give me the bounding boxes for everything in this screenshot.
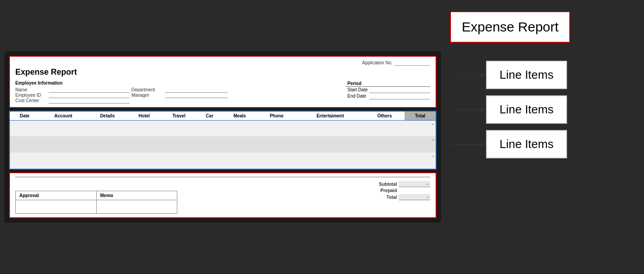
col-others: Others xyxy=(365,112,405,121)
table-section: Date Account Details Hotel Travel Car Me… xyxy=(9,111,437,170)
row2-phone xyxy=(257,136,296,153)
row2-hotel xyxy=(128,136,161,153)
line-item-row-2: Line Items xyxy=(450,95,567,124)
col-meals: Meals xyxy=(222,112,257,121)
col-travel: Travel xyxy=(161,112,198,121)
expense-table: Date Account Details Hotel Travel Car Me… xyxy=(10,112,436,169)
emp-info-label: Employee Information xyxy=(15,81,228,85)
row2-date xyxy=(10,136,40,153)
row3-others xyxy=(365,153,405,169)
total-value: - xyxy=(399,194,430,200)
total-row: Total - xyxy=(340,194,430,200)
row1-others xyxy=(365,120,405,136)
subtotal-label: Subtotal xyxy=(370,182,397,187)
row3-date xyxy=(10,153,40,169)
manager-label: Manager xyxy=(131,93,163,98)
row2-details xyxy=(87,136,128,153)
employee-id-row: Employee ID Manager xyxy=(15,93,228,98)
col-account: Account xyxy=(40,112,87,121)
line-items-box-2: Line Items xyxy=(486,95,567,124)
app-no-row: Application No. xyxy=(15,60,430,66)
end-date-label: End Date xyxy=(346,93,369,99)
line-items-label-1: Line Items xyxy=(500,68,554,81)
report-title: Expense Report xyxy=(15,67,430,77)
approval-cell xyxy=(16,200,97,214)
subtotal-value: - xyxy=(399,181,430,187)
line-item-row-3: Line Items xyxy=(450,130,567,158)
app-no-label: Application No. xyxy=(362,60,392,66)
name-row: Name Department xyxy=(15,87,228,93)
row2-travel xyxy=(161,136,198,153)
row1-details xyxy=(87,120,128,136)
line-items-label-2: Line Items xyxy=(500,103,554,116)
employee-id-input[interactable] xyxy=(49,93,130,98)
arrow-icon-2 xyxy=(450,105,486,114)
col-car: Car xyxy=(197,112,222,121)
row3-entertainment xyxy=(296,153,365,169)
footer-content: Approval Memo xyxy=(15,181,430,214)
line-items-box-3: Line Items xyxy=(486,130,567,158)
row2-total: - xyxy=(405,136,436,153)
row1-car xyxy=(197,120,222,136)
end-date-input[interactable] xyxy=(369,93,430,99)
footer-section: Approval Memo xyxy=(9,172,437,218)
arrow-2 xyxy=(450,105,486,114)
approval-row xyxy=(16,200,177,214)
table-row: - xyxy=(10,153,436,169)
prepaid-value xyxy=(399,190,430,191)
svg-marker-5 xyxy=(481,142,486,147)
memo-header: Memo xyxy=(96,191,177,200)
row3-car xyxy=(197,153,222,169)
footer-divider xyxy=(15,177,430,177)
cost-center-input[interactable] xyxy=(49,98,130,103)
row3-phone xyxy=(257,153,296,169)
svg-marker-3 xyxy=(481,108,486,112)
table-row: - xyxy=(10,120,436,136)
manager-input[interactable] xyxy=(165,93,228,98)
row2-meals xyxy=(222,136,257,153)
col-hotel: Hotel xyxy=(128,112,161,121)
arrow-3 xyxy=(450,140,486,149)
app-no-input[interactable] xyxy=(394,60,430,66)
row1-phone xyxy=(257,120,296,136)
col-details: Details xyxy=(87,112,128,121)
period-table: Period Start Date End Date xyxy=(346,81,430,99)
row1-date xyxy=(10,120,40,136)
subtotal-row: Subtotal - xyxy=(340,181,430,187)
approval-table: Approval Memo xyxy=(15,191,177,214)
expense-report-label-box: Expense Report xyxy=(450,11,570,43)
row3-hotel xyxy=(128,153,161,169)
row1-entertainment xyxy=(296,120,365,136)
cost-center-label: Cost Center xyxy=(15,98,47,103)
row1-total: - xyxy=(405,120,436,136)
row3-meals xyxy=(222,153,257,169)
department-input[interactable] xyxy=(165,87,228,93)
emp-info-grid: Employee Information Name Department Emp… xyxy=(15,81,430,103)
row3-total: - xyxy=(405,153,436,169)
prepaid-row: Prepaid xyxy=(340,188,430,193)
row2-account xyxy=(40,136,87,153)
period-label: Period xyxy=(346,81,430,87)
arrow-icon-1 xyxy=(450,71,486,80)
line-items-label-3: Line Items xyxy=(500,137,554,151)
table-row: - xyxy=(10,136,436,153)
col-entertainment: Entertaiment xyxy=(296,112,365,121)
svg-marker-1 xyxy=(481,73,486,77)
name-input[interactable] xyxy=(49,87,130,93)
col-date: Date xyxy=(10,112,40,121)
total-label: Total xyxy=(370,195,397,200)
start-date-input[interactable] xyxy=(369,86,430,93)
name-label: Name xyxy=(15,87,47,92)
approval-header: Approval xyxy=(16,191,97,200)
start-date-label: Start Date xyxy=(346,86,369,93)
emp-info-left: Employee Information Name Department Emp… xyxy=(15,81,228,103)
right-panel: Expense Report Line Items xyxy=(441,4,639,270)
line-items-box-1: Line Items xyxy=(486,61,567,89)
employee-id-label: Employee ID xyxy=(15,93,47,98)
arrow-1 xyxy=(450,71,486,80)
row3-account xyxy=(40,153,87,169)
arrow-icon-3 xyxy=(450,140,486,149)
main-container: Application No. Expense Report Employee … xyxy=(0,0,644,274)
footer-left: Approval Memo xyxy=(15,181,340,214)
memo-cell xyxy=(96,200,177,214)
